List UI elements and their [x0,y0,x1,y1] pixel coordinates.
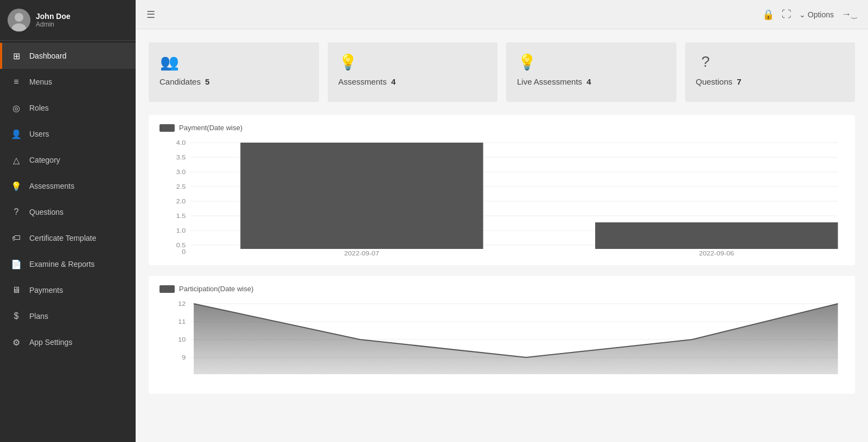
sidebar-label-questions: Questions [29,208,126,216]
user-profile: John Doe Admin [0,0,136,41]
options-label: Options [808,10,834,19]
bar-chart-legend-label: Payment(Date wise) [179,124,242,132]
avatar [8,9,30,31]
users-icon: 👤 [10,127,23,140]
line-chart-title-row: Participation(Date wise) [159,285,844,293]
sidebar-item-payments[interactable]: 🖥 Payments [0,277,136,303]
stat-card-candidates: 👥 Candidates 5 [149,42,319,102]
main-area: ☰ 🔒 ⛶ ⌄ Options →⏟ 👥 Candidates 5 💡 Asse… [136,0,868,442]
examine-reports-icon: 📄 [10,258,23,271]
stat-label-assessments: Assessments 4 [339,77,487,86]
line-chart-svg: 12 11 10 9 [159,298,844,385]
menus-icon: ≡ [10,75,23,88]
questions-icon: ? [10,206,23,219]
svg-point-1 [15,13,23,22]
svg-text:10: 10 [178,336,186,343]
dashboard-icon: ⊞ [10,49,23,62]
dashboard-content: 👥 Candidates 5 💡 Assessments 4 💡 Live As… [136,29,868,442]
assessments-icon: 💡 [339,52,358,72]
user-role: Admin [36,21,71,28]
svg-text:11: 11 [178,318,186,325]
live-assessments-icon: 💡 [517,52,537,72]
sidebar-label-dashboard: Dashboard [29,52,126,60]
hamburger-icon[interactable]: ☰ [146,9,155,21]
stat-label-candidates: Candidates 5 [159,77,308,86]
svg-text:2022-09-07: 2022-09-07 [344,250,380,257]
bar-chart-legend-box [159,124,175,132]
sidebar-item-examine-reports[interactable]: 📄 Examine & Reports [0,251,136,277]
sidebar-label-examine-reports: Examine & Reports [29,260,126,268]
sidebar-label-users: Users [29,130,126,138]
user-info: John Doe Admin [36,12,71,28]
sidebar-label-payments: Payments [29,286,126,294]
stat-count-live-assessments: 4 [586,77,591,86]
roles-icon: ◎ [10,101,23,114]
bar-chart-container: Payment(Date wise) 4.0 3.5 3.0 2.5 [149,115,855,265]
sidebar-item-plans[interactable]: $ Plans [0,303,136,329]
svg-text:1.0: 1.0 [176,227,186,234]
sidebar-item-dashboard[interactable]: ⊞ Dashboard [0,43,136,69]
candidates-icon: 👥 [159,52,179,72]
sidebar-label-app-settings: App Settings [29,338,126,347]
options-chevron: ⌄ [799,10,806,19]
stats-row: 👥 Candidates 5 💡 Assessments 4 💡 Live As… [149,42,855,102]
category-icon: △ [10,153,23,166]
stat-card-questions: ? Questions 7 [685,42,856,102]
line-chart-area: 12 11 10 9 [159,298,844,385]
lock-icon[interactable]: 🔒 [762,9,774,21]
logout-icon[interactable]: →⏟ [841,9,857,20]
sidebar-item-certificate-template[interactable]: 🏷 Certificate Template [0,225,136,251]
svg-text:2022-09-06: 2022-09-06 [699,250,735,257]
bar-chart-title-row: Payment(Date wise) [159,124,844,132]
topbar: ☰ 🔒 ⛶ ⌄ Options →⏟ [136,0,868,29]
sidebar-item-assessments[interactable]: 💡 Assessments [0,173,136,199]
stat-count-assessments: 4 [391,77,395,86]
svg-rect-20 [240,143,483,249]
sidebar: John Doe Admin ⊞ Dashboard ≡ Menus ◎ Rol… [0,0,136,442]
app-settings-icon: ⚙ [10,336,23,349]
topbar-right: 🔒 ⛶ ⌄ Options →⏟ [762,9,857,21]
svg-text:3.5: 3.5 [176,154,186,161]
svg-text:3.0: 3.0 [176,169,186,176]
sidebar-item-users[interactable]: 👤 Users [0,121,136,147]
topbar-left: ☰ [146,9,155,21]
sidebar-item-app-settings[interactable]: ⚙ App Settings [0,329,136,355]
plans-icon: $ [10,310,23,323]
stat-label-live-assessments: Live Assessments 4 [517,77,666,86]
sidebar-item-menus[interactable]: ≡ Menus [0,69,136,95]
user-name: John Doe [36,12,71,21]
sidebar-item-questions[interactable]: ? Questions [0,199,136,225]
svg-text:12: 12 [178,300,186,308]
svg-text:2.0: 2.0 [176,198,186,205]
bar-chart-svg: 4.0 3.5 3.0 2.5 2.0 1.5 1.0 0.5 0 2022-0… [159,137,844,257]
line-chart-legend-box [159,285,175,293]
stat-count-candidates: 5 [205,77,209,86]
sidebar-nav: ⊞ Dashboard ≡ Menus ◎ Roles 👤 Users △ Ca… [0,41,136,442]
sidebar-label-plans: Plans [29,312,126,321]
sidebar-label-certificate-template: Certificate Template [29,234,126,242]
options-button[interactable]: ⌄ Options [799,10,834,19]
svg-text:2.5: 2.5 [176,183,186,190]
payments-icon: 🖥 [10,284,23,297]
stat-label-questions: Questions 7 [696,77,845,86]
sidebar-item-roles[interactable]: ◎ Roles [0,95,136,121]
sidebar-label-roles: Roles [29,104,126,112]
sidebar-label-category: Category [29,156,126,164]
line-chart-legend-label: Participation(Date wise) [179,285,253,293]
line-chart-container: Participation(Date wise) 12 11 10 9 [149,276,855,394]
stat-card-assessments: 💡 Assessments 4 [328,42,498,102]
sidebar-label-assessments: Assessments [29,182,126,190]
assessments-icon: 💡 [10,180,23,193]
stat-card-live-assessments: 💡 Live Assessments 4 [506,42,676,102]
bar-chart-area: 4.0 3.5 3.0 2.5 2.0 1.5 1.0 0.5 0 2022-0… [159,137,844,257]
questions-icon: ? [696,52,716,72]
svg-text:1.5: 1.5 [176,213,186,220]
sidebar-item-category[interactable]: △ Category [0,147,136,173]
svg-text:4.0: 4.0 [176,139,186,146]
svg-text:0: 0 [182,248,186,255]
sidebar-label-menus: Menus [29,78,126,86]
svg-rect-22 [595,222,838,249]
stat-count-questions: 7 [737,77,741,86]
certificate-template-icon: 🏷 [10,232,23,245]
fullscreen-icon[interactable]: ⛶ [782,9,792,20]
